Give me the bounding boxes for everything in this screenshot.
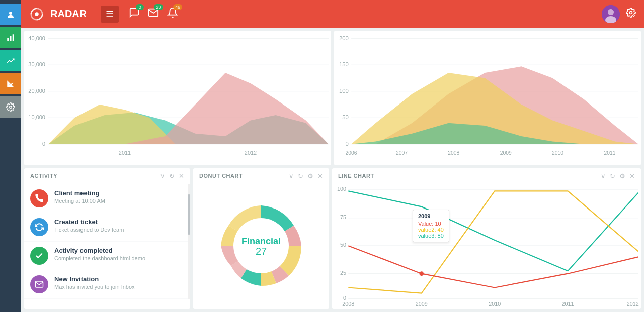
- donut-refresh-icon[interactable]: ↻: [298, 172, 303, 180]
- sidebar-item-tools[interactable]: [0, 96, 21, 118]
- line-chart-tooltip: 2009 Value: 10 value2: 40 value3: 80: [413, 210, 449, 242]
- area-chart-left-svg: 40,000 30,000 20,000 10,000 0: [24, 31, 331, 165]
- svg-text:20,000: 20,000: [28, 88, 45, 94]
- sidebar: [0, 0, 21, 312]
- activity-dot-check: [30, 247, 48, 265]
- activity-collapse-icon[interactable]: ∨: [160, 172, 165, 180]
- line-collapse-icon[interactable]: ∨: [601, 172, 606, 180]
- hamburger-button[interactable]: ☰: [101, 6, 119, 23]
- mail-icon-wrap[interactable]: 23: [148, 7, 159, 21]
- svg-text:2007: 2007: [396, 150, 408, 156]
- svg-rect-2: [10, 36, 12, 41]
- line-chart-panel: LINE CHART ∨ ↻ ⚙ ✕ 100 75 50 25 0: [332, 168, 641, 309]
- settings-icon[interactable]: [626, 8, 636, 20]
- svg-text:2012: 2012: [245, 149, 257, 155]
- activity-item-sub: Meeting at 10:00 AM: [54, 198, 105, 204]
- activity-item-title: New Invitation: [54, 275, 135, 283]
- svg-text:2008: 2008: [448, 150, 459, 156]
- donut-settings-icon[interactable]: ⚙: [307, 172, 313, 180]
- svg-text:0: 0: [42, 141, 45, 147]
- svg-point-5: [35, 12, 39, 16]
- svg-text:75: 75: [340, 214, 346, 220]
- bell-icon-wrap[interactable]: 49: [167, 7, 178, 21]
- line-close-icon[interactable]: ✕: [629, 172, 635, 180]
- list-item: New Invitation Max has invited you to jo…: [24, 270, 190, 299]
- avatar[interactable]: [602, 5, 620, 23]
- activity-title: ACTIVITY: [30, 173, 156, 179]
- tooltip-value2: value2: 40: [418, 227, 444, 233]
- svg-text:100: 100: [337, 186, 346, 192]
- logo-icon: [29, 7, 44, 22]
- activity-panel: ACTIVITY ∨ ↻ ✕: [24, 168, 190, 309]
- svg-text:0: 0: [343, 294, 346, 300]
- area-chart-right-svg: 200 150 100 50 0: [334, 31, 641, 165]
- svg-text:2011: 2011: [119, 149, 131, 155]
- chat-badge: 0: [136, 4, 144, 10]
- activity-item-title: Created ticket: [54, 218, 124, 226]
- line-settings-icon[interactable]: ⚙: [619, 172, 625, 180]
- activity-item-title: Client meeting: [54, 189, 105, 197]
- tooltip-value3: value3: 80: [418, 233, 444, 239]
- svg-text:Financial: Financial: [242, 236, 281, 246]
- activity-refresh-icon[interactable]: ↻: [169, 172, 175, 180]
- svg-text:2008: 2008: [342, 301, 354, 307]
- svg-point-52: [419, 271, 424, 276]
- svg-text:50: 50: [342, 114, 349, 120]
- sidebar-item-analytics[interactable]: [0, 27, 21, 48]
- activity-item-text: New Invitation Max has invited you to jo…: [54, 275, 135, 290]
- scrollbar-thumb[interactable]: [188, 194, 190, 235]
- activity-item-text: Created ticket Ticket assigned to Dev te…: [54, 218, 124, 233]
- svg-text:2009: 2009: [500, 150, 512, 156]
- svg-point-10: [630, 12, 632, 14]
- svg-text:2009: 2009: [416, 301, 428, 307]
- bell-badge: 49: [173, 4, 182, 10]
- sidebar-item-charts[interactable]: [0, 73, 21, 94]
- sidebar-item-profile[interactable]: [0, 4, 21, 25]
- svg-text:2011: 2011: [562, 301, 574, 307]
- line-refresh-icon[interactable]: ↻: [610, 172, 615, 180]
- svg-text:0: 0: [346, 141, 349, 147]
- mail-badge: 23: [154, 4, 163, 10]
- activity-dot-ticket: [30, 218, 48, 236]
- activity-item-sub: Max has invited you to join Inbox: [54, 284, 135, 290]
- activity-item-sub: Completed the dashboard html demo: [54, 255, 145, 261]
- tooltip-value1: Value: 10: [418, 221, 444, 227]
- area-chart-right: 200 150 100 50 0: [334, 31, 641, 165]
- svg-text:40,000: 40,000: [28, 35, 45, 41]
- svg-point-0: [9, 12, 12, 15]
- donut-panel-header: DONUT CHART ∨ ↻ ⚙ ✕: [193, 168, 329, 184]
- sidebar-item-trends[interactable]: [0, 50, 21, 71]
- activity-list-wrapper: Client meeting Meeting at 10:00 AM: [24, 184, 190, 299]
- activity-close-icon[interactable]: ✕: [179, 172, 184, 180]
- svg-text:100: 100: [339, 88, 349, 94]
- activity-list: Client meeting Meeting at 10:00 AM: [24, 184, 190, 299]
- donut-collapse-icon[interactable]: ∨: [289, 172, 294, 180]
- donut-chart-svg: Financial 27: [211, 195, 311, 296]
- main-content: RADAR ☰ 0 23: [21, 0, 644, 312]
- donut-close-icon[interactable]: ✕: [317, 172, 323, 180]
- svg-text:27: 27: [256, 246, 267, 257]
- activity-dot-mail: [30, 275, 48, 293]
- activity-item-text: Client meeting Meeting at 10:00 AM: [54, 189, 105, 204]
- list-item: Client meeting Meeting at 10:00 AM: [24, 184, 190, 213]
- activity-item-text: Activity completed Completed the dashboa…: [54, 247, 145, 261]
- line-chart-svg: 100 75 50 25 0: [332, 184, 641, 307]
- svg-text:2012: 2012: [627, 301, 639, 307]
- line-panel-header: LINE CHART ∨ ↻ ⚙ ✕: [332, 168, 641, 184]
- activity-item-sub: Ticket assigned to Dev team: [54, 227, 124, 233]
- donut-panel: DONUT CHART ∨ ↻ ⚙ ✕: [193, 168, 329, 309]
- bottom-charts-row: ACTIVITY ∨ ↻ ✕: [24, 168, 641, 309]
- list-item: Created ticket Ticket assigned to Dev te…: [24, 213, 190, 242]
- svg-text:10,000: 10,000: [28, 114, 45, 120]
- list-item: Activity completed Completed the dashboa…: [24, 242, 190, 270]
- line-chart-title: LINE CHART: [338, 173, 597, 179]
- content-area: 40,000 30,000 20,000 10,000 0: [21, 28, 644, 312]
- chat-icon-wrap[interactable]: 0: [129, 7, 140, 21]
- scrollbar-track[interactable]: [188, 184, 190, 299]
- activity-dot-phone: [30, 189, 48, 207]
- svg-text:150: 150: [339, 61, 349, 67]
- svg-text:200: 200: [339, 35, 349, 41]
- svg-text:2010: 2010: [552, 150, 564, 156]
- area-chart-left: 40,000 30,000 20,000 10,000 0: [24, 31, 331, 165]
- activity-item-title: Activity completed: [54, 247, 145, 254]
